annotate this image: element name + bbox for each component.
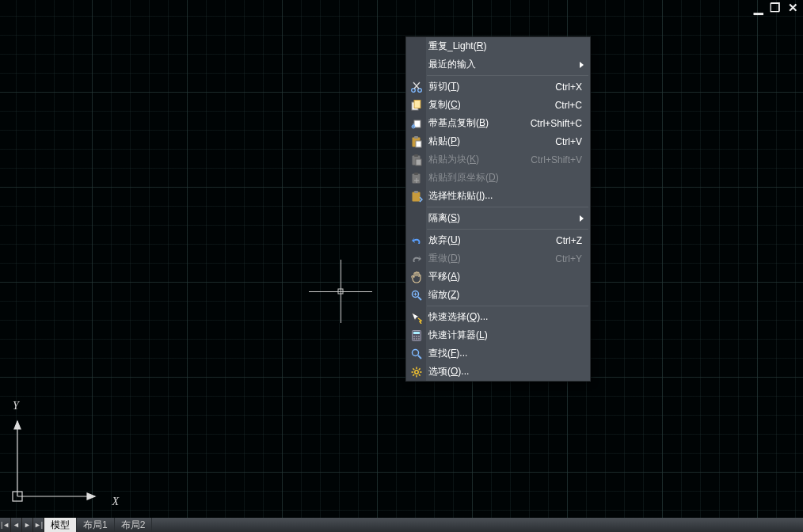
tab-布局1[interactable]: 布局1 <box>77 518 115 532</box>
menu-pastespec[interactable]: 选择性粘贴(I)... <box>406 187 590 205</box>
menu-copybase-shortcut: Ctrl+Shift+C <box>531 118 582 129</box>
menu-paste[interactable]: 粘贴(P)Ctrl+V <box>406 132 590 150</box>
qselect-icon <box>409 310 424 325</box>
menu-undo[interactable]: 放弃(U)Ctrl+Z <box>406 231 590 249</box>
menu-undo-label: 放弃(U) <box>428 234 556 247</box>
menu-paste-label: 粘贴(P) <box>428 135 555 148</box>
tab-last-button[interactable]: ►| <box>33 518 44 532</box>
ucs-icon: Y X <box>10 409 105 504</box>
menu-undo-shortcut: Ctrl+Z <box>556 235 582 246</box>
qcalc-icon <box>409 329 424 343</box>
menu-options-label: 选项(O)... <box>428 365 582 378</box>
menu-redo: 重做(D)Ctrl+Y <box>406 249 590 268</box>
svg-point-25 <box>418 338 420 340</box>
svg-rect-11 <box>414 154 418 157</box>
svg-rect-4 <box>414 100 421 108</box>
menu-copybase[interactable]: 带基点复制(B)Ctrl+Shift+C <box>406 114 590 132</box>
menu-zoom-label: 缩放(Z) <box>428 288 582 302</box>
menu-separator <box>427 75 588 76</box>
menu-copy[interactable]: 复制(C)Ctrl+C <box>406 96 590 114</box>
blank-icon <box>409 58 424 72</box>
menu-pan-label: 平移(A) <box>428 270 582 283</box>
menu-copybase-label: 带基点复制(B) <box>428 116 531 130</box>
svg-point-1 <box>412 88 416 92</box>
blank-icon <box>409 40 424 54</box>
svg-point-24 <box>416 338 417 340</box>
svg-rect-9 <box>416 141 421 147</box>
pastespec-icon <box>409 189 424 203</box>
copybase-icon <box>409 116 424 131</box>
restore-button[interactable]: ❐ <box>770 2 780 13</box>
blank-icon <box>409 211 424 226</box>
menu-find-label: 查找(F)... <box>428 347 582 360</box>
svg-rect-16 <box>414 191 418 193</box>
menu-redo-shortcut: Ctrl+Y <box>555 253 582 264</box>
context-menu: 重复_Light(R)最近的输入剪切(T)Ctrl+X复制(C)Ctrl+C带基… <box>405 36 591 382</box>
menu-pasteblock: 粘贴为块(K)Ctrl+Shift+V <box>406 150 590 169</box>
copy-icon <box>409 98 424 112</box>
svg-rect-19 <box>413 332 420 334</box>
menu-zoom[interactable]: 缩放(Z) <box>406 286 590 304</box>
menu-qcalc-label: 快速计算器(L) <box>428 329 582 342</box>
menu-cut-label: 剪切(T) <box>428 80 555 93</box>
svg-rect-8 <box>414 136 418 139</box>
find-icon <box>409 347 424 361</box>
menu-copy-shortcut: Ctrl+C <box>555 100 582 111</box>
submenu-arrow-icon <box>580 215 584 222</box>
menu-pastespec-label: 选择性粘贴(I)... <box>428 189 582 203</box>
cut-icon <box>409 80 424 94</box>
tab-next-button[interactable]: ► <box>22 518 33 532</box>
close-button[interactable]: ✕ <box>788 2 798 13</box>
menu-separator <box>427 229 588 230</box>
svg-point-2 <box>418 88 422 92</box>
window-controls: ▁ ❐ ✕ <box>754 2 798 13</box>
tab-first-button[interactable]: |◄ <box>0 518 11 532</box>
menu-find[interactable]: 查找(F)... <box>406 344 590 363</box>
menu-recent-input-label: 最近的输入 <box>428 58 582 71</box>
tab-布局2[interactable]: 布局2 <box>115 518 153 532</box>
menu-copy-label: 复制(C) <box>428 98 555 112</box>
drawing-canvas[interactable] <box>0 0 803 532</box>
menu-qselect[interactable]: 快速选择(Q)... <box>406 308 590 326</box>
tab-nav-buttons: |◄ ◄ ► ►| <box>0 518 44 532</box>
menu-redo-label: 重做(D) <box>428 252 555 265</box>
paste-icon <box>409 135 424 149</box>
pasteorig-icon <box>409 171 424 185</box>
menu-separator <box>427 207 588 207</box>
zoom-icon <box>409 288 424 302</box>
svg-point-26 <box>413 349 419 355</box>
svg-point-23 <box>413 338 415 340</box>
pan-icon <box>409 270 424 284</box>
menu-cut[interactable]: 剪切(T)Ctrl+X <box>406 78 590 96</box>
menu-recent-input[interactable]: 最近的输入 <box>406 55 590 74</box>
undo-icon <box>409 234 424 248</box>
menu-pan[interactable]: 平移(A) <box>406 268 590 286</box>
menu-separator <box>427 306 588 306</box>
svg-point-27 <box>415 370 418 373</box>
svg-point-20 <box>413 336 415 337</box>
menu-paste-shortcut: Ctrl+V <box>555 136 582 147</box>
svg-point-21 <box>416 336 417 337</box>
menu-isolate[interactable]: 隔离(S) <box>406 209 590 227</box>
menu-pasteblock-shortcut: Ctrl+Shift+V <box>531 154 582 165</box>
svg-rect-12 <box>416 159 421 165</box>
menu-repeat[interactable]: 重复_Light(R) <box>406 37 590 55</box>
menu-repeat-label: 重复_Light(R) <box>428 40 582 53</box>
minimize-button[interactable]: ▁ <box>754 2 762 13</box>
menu-options[interactable]: 选项(O)... <box>406 363 590 381</box>
pasteblock-icon <box>409 153 424 167</box>
ucs-x-label: X <box>112 496 119 508</box>
svg-rect-14 <box>414 173 418 175</box>
submenu-arrow-icon <box>580 62 584 68</box>
menu-pasteblock-label: 粘贴为块(K) <box>428 153 531 166</box>
menu-cut-shortcut: Ctrl+X <box>555 82 582 93</box>
options-icon <box>409 365 424 379</box>
tab-模型[interactable]: 模型 <box>44 518 77 532</box>
ucs-y-label: Y <box>13 400 19 412</box>
redo-icon <box>409 252 424 266</box>
menu-pasteorig: 粘贴到原坐标(D) <box>406 169 590 187</box>
tab-prev-button[interactable]: ◄ <box>11 518 22 532</box>
menu-qcalc[interactable]: 快速计算器(L) <box>406 326 590 344</box>
menu-qselect-label: 快速选择(Q)... <box>428 310 582 324</box>
svg-point-22 <box>418 336 420 337</box>
